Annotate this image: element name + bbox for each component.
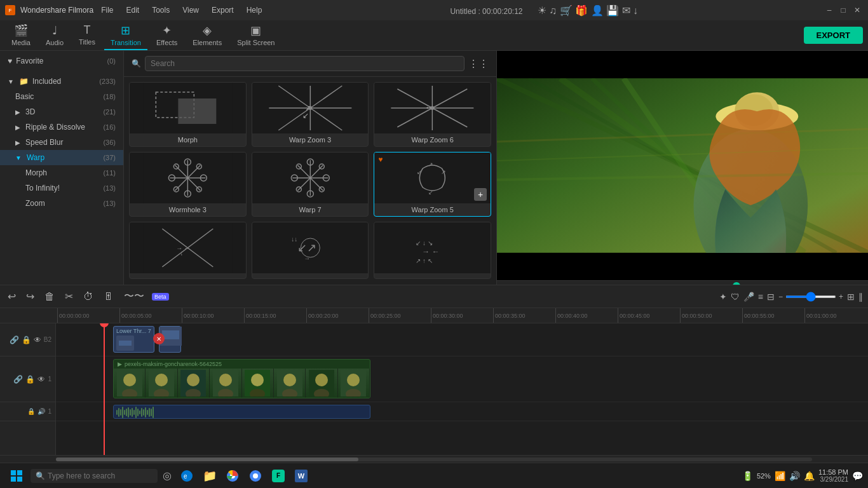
transition-card-morph[interactable]: Morph <box>129 82 247 147</box>
track-lane-video: ▶ pexels-maksim-goncharenok-5642525 <box>56 356 868 402</box>
zoom-range[interactable] <box>785 295 836 298</box>
subtitle-button[interactable]: ≡ <box>758 292 763 302</box>
transition-card-row3-2[interactable]: ↙↗ ↓↓ → <box>252 222 369 279</box>
sidebar-item-included[interactable]: ▼ 📁 Included (233) <box>0 74 123 89</box>
taskbar-app-word[interactable]: W <box>291 466 311 486</box>
track-b2-lock-icon[interactable]: 🔒 <box>22 336 31 344</box>
sidebar-item-warp[interactable]: ▼ Warp (37) <box>0 150 123 165</box>
shield-button[interactable]: 🛡 <box>731 292 740 302</box>
track-1-snap-icon[interactable]: 🔗 <box>13 375 23 384</box>
app-logo: F <box>5 5 15 15</box>
sidebar-item-speedblur[interactable]: ▶ Speed Blur (36) <box>0 135 123 150</box>
audio-mix-button[interactable]: 🎚 <box>101 290 116 304</box>
menu-help[interactable]: Help <box>244 4 265 16</box>
timeline-ruler: 00:00:00:00 00:00:05:00 00:00:10:00 00:0… <box>0 308 868 323</box>
collapse-button[interactable]: ∥ <box>858 292 863 302</box>
track-b2-snap-icon[interactable]: 🔗 <box>10 336 19 344</box>
transition-card-row3-1[interactable]: ↓ → ← <box>129 222 247 279</box>
sidebar-item-ripple[interactable]: ▶ Ripple & Dissolve (16) <box>0 119 123 135</box>
close-button[interactable]: ✕ <box>851 4 863 16</box>
track-1-lock-icon[interactable]: 🔒 <box>25 375 35 384</box>
duration-button[interactable]: ⏱ <box>81 290 96 304</box>
track-audio-vol-icon[interactable]: 🔊 <box>37 408 45 415</box>
transition-card-warp7[interactable]: Warp 7 <box>252 152 369 217</box>
delete-button[interactable]: 🗑 <box>42 290 57 304</box>
redo-button[interactable]: ↪ <box>24 289 37 304</box>
sidebar-item-zoom[interactable]: Zoom (13) <box>0 196 123 211</box>
transition-marker[interactable]: ✕ <box>153 333 165 344</box>
split-button[interactable]: ⊟ <box>767 292 775 302</box>
track-audio-number: 1 <box>48 408 51 415</box>
svg-point-110 <box>315 374 328 386</box>
maximize-button[interactable]: □ <box>837 4 849 16</box>
sidebar-item-morph[interactable]: Morph (11) <box>0 165 123 180</box>
menu-file[interactable]: File <box>98 4 116 16</box>
taskbar-app-chrome1[interactable] <box>222 466 243 486</box>
zoom-in-icon[interactable]: + <box>839 292 843 301</box>
expand-button[interactable]: ⊞ <box>847 292 855 302</box>
menu-edit[interactable]: Edit <box>124 4 142 16</box>
sidebar-item-toinfinity[interactable]: To Infinity! (13) <box>0 180 123 196</box>
transition-card-row3-3[interactable]: ↙ ↓ ↘ → ← ↗ ↑ ↖ <box>374 222 491 279</box>
windows-icon <box>10 470 23 482</box>
cortana-button[interactable]: ◎ <box>160 470 174 482</box>
toolbar-elements[interactable]: ◈ Elements <box>186 21 228 50</box>
titlebar: F Wondershare Filmora File Edit Tools Vi… <box>0 0 868 20</box>
menu-view[interactable]: View <box>180 4 201 16</box>
mic-button[interactable]: 🎤 <box>743 292 754 302</box>
notification-panel-icon[interactable]: 💬 <box>852 471 863 481</box>
toolbar-effects[interactable]: ✦ Effects <box>150 21 184 50</box>
search-input[interactable] <box>145 56 465 71</box>
audio-clip-1[interactable] <box>113 405 370 419</box>
cut-button[interactable]: ✂ <box>62 289 76 304</box>
scroll-thumb[interactable] <box>56 458 358 461</box>
sidebar-item-3d[interactable]: ▶ 3D (21) <box>0 104 123 119</box>
video-clip-1[interactable]: ▶ pexels-maksim-goncharenok-5642525 <box>113 359 370 398</box>
track-audio-lock-icon[interactable]: 🔒 <box>27 408 35 415</box>
add-to-timeline-button[interactable]: + <box>474 188 487 201</box>
track-b2-eye-icon[interactable]: 👁 <box>34 336 41 344</box>
sidebar-item-basic[interactable]: Basic (18) <box>0 89 123 104</box>
toolbar-media[interactable]: 🎬 Media <box>5 21 37 50</box>
toolbar-transition[interactable]: ⊞ Transition <box>104 21 147 50</box>
sidebar-section-favorite: ♥ Favorite (0) <box>0 51 123 71</box>
fx-button[interactable]: ✦ <box>719 292 727 302</box>
scroll-track <box>56 458 812 461</box>
menu-tools[interactable]: Tools <box>149 4 172 16</box>
svg-rect-52 <box>388 152 477 203</box>
start-button[interactable] <box>5 464 28 487</box>
undo-button[interactable]: ↩ <box>5 289 18 304</box>
title-clip-1-label: Lower Thr... 7 <box>116 328 151 334</box>
app-name: Wondershare Filmora <box>20 6 93 15</box>
minimize-button[interactable]: – <box>824 4 835 16</box>
frame-1 <box>114 369 146 398</box>
transition-card-warpzoom3[interactable]: ↗ ↙ Warp Zoom 3 <box>252 82 369 147</box>
transition-card-warpzoom5[interactable]: ♥ ↗ ↗ ↙ ↙ + Warp Zoom 5 <box>374 152 491 217</box>
toolbar-splitscreen[interactable]: ▣ Split Screen <box>231 21 281 50</box>
waveform-button[interactable]: 〜〜 <box>121 288 147 304</box>
title-clip-1[interactable]: Lower Thr... 7 <box>113 326 154 353</box>
toolbar-audio[interactable]: ♩ Audio <box>39 21 70 50</box>
taskbar-app-files[interactable]: 📁 <box>200 466 220 486</box>
sidebar-item-favorite[interactable]: ♥ Favorite (0) <box>0 53 123 69</box>
taskbar-app-filmora[interactable]: F <box>268 466 288 486</box>
svg-point-25 <box>431 106 435 110</box>
svg-text:→: → <box>176 245 182 252</box>
clock-display: 11:58 PM 3/29/2021 <box>818 468 848 483</box>
track-1-eye-icon[interactable]: 👁 <box>37 375 45 384</box>
taskbar-app-edge[interactable]: e <box>177 466 197 486</box>
grid-options-button[interactable]: ⋮⋮ <box>468 58 489 70</box>
svg-point-92 <box>123 374 136 386</box>
taskbar-search[interactable]: 🔍 <box>31 469 158 483</box>
export-button[interactable]: EXPORT <box>804 27 863 44</box>
zoom-out-icon[interactable]: − <box>778 292 783 301</box>
toolbar-titles[interactable]: T Titles <box>72 21 102 50</box>
svg-rect-115 <box>11 470 16 475</box>
transition-card-wormhole3[interactable]: Wormhole 3 <box>129 152 247 217</box>
taskbar-app-chrome2[interactable] <box>245 466 266 486</box>
transition-card-warpzoom6[interactable]: ↔ Warp Zoom 6 <box>374 82 491 147</box>
taskbar-search-input[interactable] <box>48 471 153 480</box>
notification-icon[interactable]: 🔔 <box>804 471 815 481</box>
menu-export[interactable]: Export <box>209 4 236 16</box>
horizontal-scrollbar[interactable] <box>0 455 868 463</box>
